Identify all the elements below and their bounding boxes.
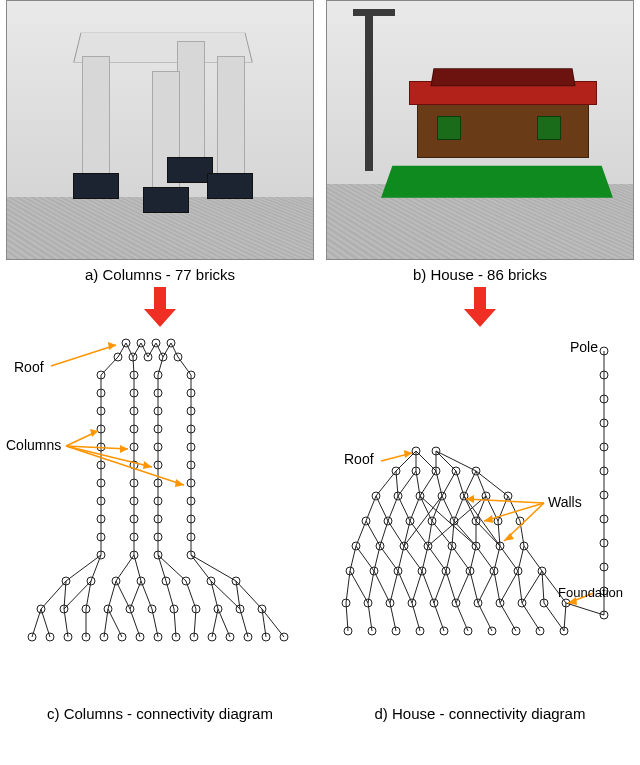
- panel-a: a) Columns - 77 bricks: [0, 0, 320, 331]
- caption-a: a) Columns - 77 bricks: [6, 260, 314, 287]
- label-roof: Roof: [344, 451, 374, 467]
- svg-line-268: [454, 496, 464, 521]
- svg-line-335: [522, 571, 542, 603]
- svg-line-350: [368, 603, 372, 631]
- svg-line-249: [376, 471, 396, 496]
- svg-line-319: [346, 571, 350, 603]
- svg-line-323: [390, 571, 398, 603]
- svg-line-273: [508, 496, 520, 521]
- svg-line-118: [191, 555, 211, 581]
- svg-line-327: [434, 571, 446, 603]
- svg-line-134: [141, 581, 152, 609]
- svg-line-276: [380, 521, 388, 546]
- svg-line-15: [163, 343, 171, 357]
- svg-line-260: [366, 496, 376, 521]
- svg-line-274: [356, 521, 366, 546]
- svg-line-132: [130, 581, 141, 609]
- svg-marker-363: [504, 533, 514, 541]
- svg-line-295: [428, 546, 446, 571]
- svg-line-155: [104, 609, 108, 637]
- svg-marker-180: [175, 479, 184, 487]
- column-icon: [82, 56, 110, 178]
- svg-marker-362: [484, 515, 493, 523]
- label-roof: Roof: [14, 359, 44, 375]
- svg-line-354: [456, 603, 468, 631]
- column-foot-icon: [143, 187, 189, 213]
- svg-line-122: [41, 581, 66, 609]
- svg-line-293: [404, 546, 422, 571]
- label-columns: Columns: [6, 437, 61, 453]
- svg-line-292: [398, 546, 404, 571]
- svg-line-261: [376, 496, 388, 521]
- svg-line-84: [178, 357, 191, 375]
- svg-marker-178: [120, 445, 128, 453]
- svg-line-321: [368, 571, 374, 603]
- svg-line-294: [422, 546, 428, 571]
- column-icon: [177, 41, 205, 163]
- svg-line-336: [542, 571, 544, 603]
- svg-line-151: [64, 609, 68, 637]
- caption-d: d) House - connectivity diagram: [326, 699, 634, 726]
- svg-line-159: [130, 609, 140, 637]
- svg-line-326: [422, 571, 434, 603]
- svg-line-300: [494, 546, 500, 571]
- svg-line-325: [412, 571, 422, 603]
- svg-line-298: [470, 546, 476, 571]
- svg-line-303: [524, 546, 542, 571]
- svg-line-254: [436, 471, 442, 496]
- svg-line-324: [398, 571, 412, 603]
- figure-grid: a) Columns - 77 bricks b) House - 86 bri…: [0, 0, 640, 726]
- column-foot-icon: [207, 173, 253, 199]
- panel-b: b) House - 86 bricks: [320, 0, 640, 331]
- caption-c: c) Columns - connectivity diagram: [6, 699, 314, 726]
- svg-line-358: [544, 603, 564, 631]
- svg-line-351: [390, 603, 396, 631]
- svg-line-332: [494, 571, 500, 603]
- svg-line-275: [366, 521, 380, 546]
- svg-line-277: [388, 521, 404, 546]
- svg-line-290: [374, 546, 380, 571]
- svg-line-302: [518, 546, 524, 571]
- graph-house-icon: [326, 331, 634, 699]
- svg-line-169: [218, 609, 230, 637]
- connectivity-house: Roof Walls Pole Foundation: [326, 331, 634, 699]
- svg-line-330: [470, 571, 478, 603]
- column-icon: [217, 56, 245, 178]
- pole-icon: [365, 11, 373, 171]
- arrow-down-icon: [143, 287, 177, 331]
- svg-line-149: [41, 609, 50, 637]
- svg-line-140: [211, 581, 218, 609]
- svg-line-272: [498, 496, 508, 521]
- svg-line-353: [434, 603, 444, 631]
- pole-top-icon: [353, 9, 395, 16]
- svg-line-263: [398, 496, 410, 521]
- svg-line-13: [148, 343, 156, 357]
- svg-line-136: [166, 581, 174, 609]
- render-house: [326, 0, 634, 260]
- svg-line-334: [518, 571, 522, 603]
- roof-top-icon: [430, 68, 575, 86]
- svg-line-320: [350, 571, 368, 603]
- svg-line-9: [118, 343, 126, 357]
- svg-line-289: [356, 546, 374, 571]
- svg-line-352: [412, 603, 420, 631]
- svg-line-322: [374, 571, 390, 603]
- svg-line-338: [566, 603, 604, 615]
- label-pole: Pole: [570, 339, 598, 355]
- graph-columns-icon: [6, 331, 314, 699]
- svg-line-255: [442, 471, 456, 496]
- panel-c: Roof Columns c) Columns - connectivity d…: [0, 331, 320, 726]
- panel-d: Roof Walls Pole Foundation d) House - co…: [320, 331, 640, 726]
- svg-line-291: [380, 546, 398, 571]
- caption-b: b) House - 86 bricks: [326, 260, 634, 287]
- svg-line-296: [446, 546, 452, 571]
- window-icon: [537, 116, 561, 140]
- svg-line-357: [522, 603, 540, 631]
- arrow-down-icon: [463, 287, 497, 331]
- svg-line-253: [420, 471, 436, 496]
- svg-line-129: [108, 581, 116, 609]
- connectivity-columns: Roof Columns: [6, 331, 314, 699]
- svg-line-333: [500, 571, 518, 603]
- svg-line-262: [388, 496, 398, 521]
- window-icon: [437, 116, 461, 140]
